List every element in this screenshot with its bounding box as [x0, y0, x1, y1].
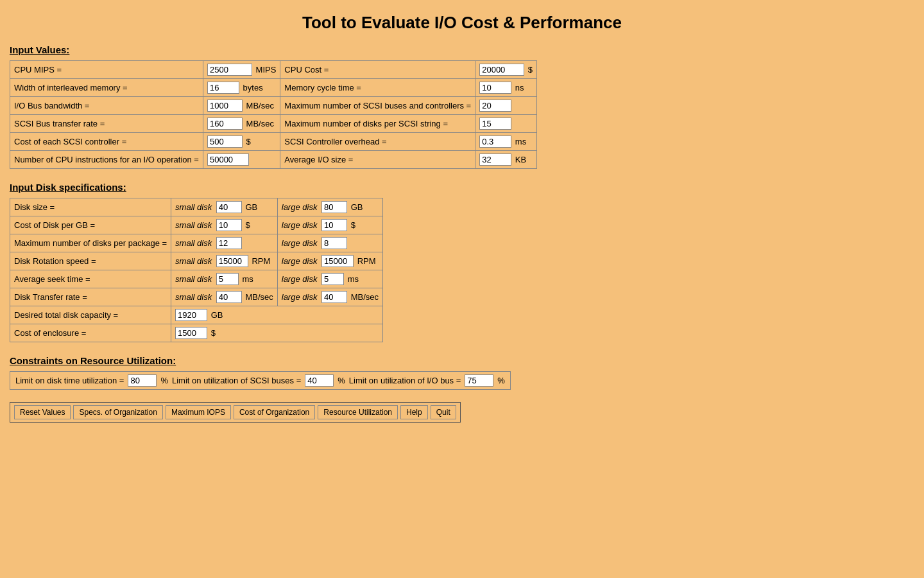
- cost-per-gb-label: Cost of Disk per GB =: [10, 216, 171, 234]
- io-bus-bw-label: I/O Bus bandwidth =: [10, 97, 203, 115]
- transfer-rate-large-unit: MB/sec: [350, 292, 379, 302]
- help-button[interactable]: Help: [400, 405, 428, 419]
- memory-cycle-unit: ns: [514, 83, 524, 92]
- max-iops-button[interactable]: Maximum IOPS: [166, 405, 231, 419]
- small-disk-label: small disk: [175, 292, 212, 302]
- scsi-utilization-input[interactable]: [305, 374, 334, 387]
- cost-per-gb-small-input[interactable]: [216, 219, 242, 231]
- disk-utilization-unit: %: [160, 376, 168, 385]
- disks-per-string-input[interactable]: [479, 118, 511, 130]
- specs-org-button[interactable]: Specs. of Organization: [73, 405, 162, 419]
- io-utilization-unit: %: [497, 376, 505, 385]
- enclosure-cost-input[interactable]: [175, 327, 207, 339]
- transfer-rate-small-input[interactable]: [216, 291, 242, 303]
- cpu-mips-input[interactable]: [207, 64, 252, 76]
- scsi-buses-unit: [511, 101, 513, 110]
- max-disks-small-input[interactable]: [216, 237, 242, 249]
- rotation-speed-large-unit: RPM: [356, 256, 376, 266]
- max-disks-large-unit: [347, 238, 348, 248]
- seek-time-small-input[interactable]: [216, 273, 239, 285]
- disk-specs-section-title: Input Disk specifications:: [10, 182, 914, 193]
- avg-io-size-input[interactable]: [479, 153, 511, 166]
- table-row: Maximum number of disks per package = sm…: [10, 234, 383, 252]
- disk-utilization-input[interactable]: [128, 374, 157, 387]
- seek-time-large-input[interactable]: [321, 273, 344, 285]
- disk-size-small-input[interactable]: [216, 201, 242, 213]
- scsi-ctrl-cost-cell: $: [203, 133, 280, 151]
- total-capacity-label: Desired total disk capacity =: [10, 306, 171, 324]
- rotation-speed-large-cell: large disk RPM: [277, 252, 382, 270]
- large-disk-label: large disk: [282, 256, 318, 266]
- transfer-rate-small-cell: small disk MB/sec: [171, 288, 278, 306]
- interleaved-mem-label: Width of interleaved memory =: [10, 79, 203, 97]
- scsi-ctrl-overhead-label: SCSI Controller overhead =: [280, 133, 475, 151]
- interleaved-mem-input[interactable]: [207, 82, 239, 94]
- total-capacity-input[interactable]: [175, 309, 207, 321]
- io-bus-bw-input[interactable]: [207, 100, 243, 112]
- memory-cycle-label: Memory cycle time =: [280, 79, 475, 97]
- seek-time-large-cell: large disk ms: [277, 270, 382, 288]
- scsi-transfer-cell: MB/sec: [203, 115, 280, 133]
- io-utilization-label: Limit on utilization of I/O bus =: [349, 376, 461, 385]
- disk-size-large-unit: GB: [350, 202, 363, 212]
- large-disk-label: large disk: [282, 274, 318, 284]
- cost-org-button[interactable]: Cost of Organization: [234, 405, 315, 419]
- interleaved-mem-unit: bytes: [242, 83, 263, 92]
- max-disks-large-input[interactable]: [321, 237, 347, 249]
- table-row: Cost of enclosure = $: [10, 324, 383, 342]
- scsi-ctrl-cost-input[interactable]: [207, 136, 243, 148]
- seek-time-label: Average seek time =: [10, 270, 171, 288]
- enclosure-cost-label: Cost of enclosure =: [10, 324, 171, 342]
- scsi-buses-cell: [475, 97, 537, 115]
- cpu-mips-unit: MIPS: [255, 65, 277, 74]
- small-disk-label: small disk: [175, 274, 212, 284]
- rotation-speed-small-unit: RPM: [250, 256, 270, 266]
- scsi-transfer-input[interactable]: [207, 118, 243, 130]
- page-title: Tool to Evaluate I/O Cost & Performance: [10, 13, 914, 33]
- disk-size-small-cell: small disk GB: [171, 198, 278, 216]
- scsi-ctrl-overhead-unit: ms: [514, 137, 526, 146]
- rotation-speed-small-input[interactable]: [216, 255, 248, 267]
- memory-cycle-input[interactable]: [479, 82, 511, 94]
- max-disks-label: Maximum number of disks per package =: [10, 234, 171, 252]
- table-row: Disk size = small disk GB large disk GB: [10, 198, 383, 216]
- small-disk-label: small disk: [175, 238, 212, 248]
- cpu-cost-label: CPU Cost =: [280, 61, 475, 79]
- large-disk-label: large disk: [282, 292, 318, 302]
- cpu-cost-unit: $: [527, 65, 533, 74]
- cpu-mips-label: CPU MIPS =: [10, 61, 203, 79]
- table-row: Disk Transfer rate = small disk MB/sec l…: [10, 288, 383, 306]
- input-values-section-title: Input Values:: [10, 44, 914, 55]
- cost-per-gb-large-cell: large disk $: [277, 216, 382, 234]
- buttons-toolbar: Reset Values Specs. of Organization Maxi…: [10, 402, 461, 423]
- transfer-rate-large-input[interactable]: [321, 291, 347, 303]
- resource-util-button[interactable]: Resource Utilization: [318, 405, 398, 419]
- scsi-buses-input[interactable]: [479, 100, 511, 112]
- cpu-instructions-input[interactable]: [207, 153, 249, 166]
- scsi-ctrl-overhead-cell: ms: [475, 133, 537, 151]
- rotation-speed-large-input[interactable]: [321, 255, 354, 267]
- scsi-utilization-unit: %: [338, 376, 345, 385]
- cost-per-gb-large-input[interactable]: [321, 219, 347, 231]
- reset-values-button[interactable]: Reset Values: [14, 405, 71, 419]
- disk-utilization-label: Limit on disk time utilization =: [15, 376, 124, 385]
- seek-time-small-cell: small disk ms: [171, 270, 278, 288]
- cpu-instructions-unit: [249, 155, 250, 164]
- table-row: Desired total disk capacity = GB: [10, 306, 383, 324]
- disk-size-large-input[interactable]: [321, 201, 347, 213]
- small-disk-label: small disk: [175, 256, 212, 266]
- cpu-cost-input[interactable]: [479, 64, 524, 76]
- io-utilization-input[interactable]: [465, 374, 493, 387]
- transfer-rate-small-unit: MB/sec: [244, 292, 273, 302]
- large-disk-label: large disk: [282, 220, 318, 230]
- cost-per-gb-large-unit: $: [350, 220, 355, 230]
- cpu-instructions-cell: [203, 151, 280, 169]
- scsi-ctrl-overhead-input[interactable]: [479, 136, 511, 148]
- transfer-rate-label: Disk Transfer rate =: [10, 288, 171, 306]
- scsi-ctrl-cost-unit: $: [245, 137, 251, 146]
- quit-button[interactable]: Quit: [431, 405, 456, 419]
- scsi-buses-label: Maximum number of SCSI buses and control…: [280, 97, 475, 115]
- disk-size-small-unit: GB: [244, 202, 257, 212]
- rotation-speed-label: Disk Rotation speed =: [10, 252, 171, 270]
- cost-per-gb-small-unit: $: [244, 220, 250, 230]
